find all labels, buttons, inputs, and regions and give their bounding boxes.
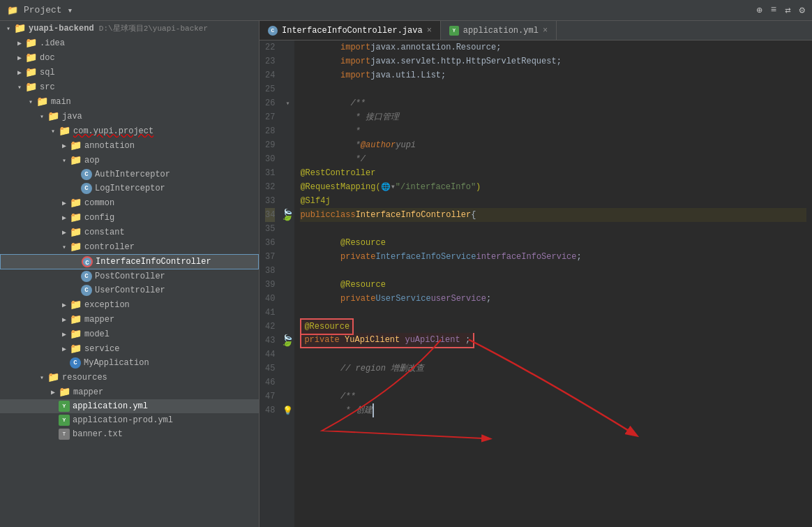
- controller-arrow[interactable]: ▾: [59, 243, 70, 251]
- java-arrow[interactable]: ▾: [36, 112, 47, 121]
- ln-41: 41: [265, 306, 275, 320]
- annotation-arrow[interactable]: ▶: [59, 142, 70, 150]
- model-arrow[interactable]: ▶: [59, 330, 70, 339]
- tree-item-auth-interceptor[interactable]: C AuthInterceptor: [0, 168, 259, 181]
- code-editor[interactable]: 22 23 24 25 26 27 28 29 30 31 32 33 34 3…: [260, 40, 812, 527]
- user-java-icon: C: [81, 285, 92, 296]
- banner-label: banner.txt: [73, 429, 123, 439]
- ln-29: 29: [265, 138, 275, 152]
- gutter-31: [280, 166, 294, 180]
- tree-root[interactable]: ▾ 📁 yuapi-backend D:\星球项目2\yuapi-backer: [0, 21, 259, 36]
- prod-yml-label: application-prod.yml: [73, 415, 173, 425]
- tree-item-config[interactable]: ▶ 📁 config: [0, 210, 259, 225]
- tree-item-post-controller[interactable]: C PostController: [0, 269, 259, 283]
- tree-item-controller[interactable]: ▾ 📁 controller: [0, 239, 259, 254]
- aop-arrow[interactable]: ▾: [59, 156, 70, 165]
- config-folder-icon: 📁: [70, 211, 82, 223]
- gutter-43: 🍃: [280, 334, 294, 348]
- constant-arrow[interactable]: ▶: [59, 228, 70, 237]
- gutter-35: [280, 222, 294, 236]
- yupi-label: com.yupi.project: [73, 126, 153, 136]
- tree-item-main[interactable]: ▾ 📁 main: [0, 94, 259, 109]
- tree-item-user-controller[interactable]: C UserController: [0, 283, 259, 297]
- tree-item-sql[interactable]: ▶ 📁 sql: [0, 65, 259, 80]
- tree-item-doc[interactable]: ▶ 📁 doc: [0, 50, 259, 65]
- tree-item-banner[interactable]: T banner.txt: [0, 427, 259, 441]
- project-label[interactable]: Project: [24, 5, 62, 15]
- tree-item-application-prod-yml[interactable]: Y application-prod.yml: [0, 413, 259, 427]
- yupi-arrow[interactable]: ▾: [47, 127, 59, 135]
- run-icon[interactable]: ≡: [771, 4, 776, 16]
- tree-item-common[interactable]: ▶ 📁 common: [0, 195, 259, 210]
- sql-folder-icon: 📁: [25, 66, 37, 78]
- tab-label-1: InterfaceInfoController.java: [282, 26, 423, 36]
- tree-item-constant[interactable]: ▶ 📁 constant: [0, 225, 259, 239]
- service-arrow[interactable]: ▶: [59, 345, 70, 353]
- tab-bar: C InterfaceInfoController.java × Y appli…: [260, 21, 812, 40]
- code-line-24: import java.util.List;: [300, 68, 806, 82]
- tree-item-mapper2[interactable]: ▶ 📁 mapper: [0, 385, 259, 399]
- banner-icon: T: [59, 429, 70, 440]
- resources-arrow[interactable]: ▾: [36, 373, 47, 382]
- ln-39: 39: [265, 278, 275, 292]
- build-icon[interactable]: ⊕: [756, 4, 762, 16]
- gutter-33: [280, 194, 294, 208]
- gutter-27: [280, 110, 294, 124]
- code-line-36: @Resource: [300, 236, 806, 250]
- gutter-29: [280, 138, 294, 152]
- interface-java-icon: C: [82, 256, 93, 267]
- tree-item-application-yml[interactable]: Y application.yml: [0, 399, 259, 413]
- ln-38: 38: [265, 264, 275, 278]
- dropdown-icon[interactable]: ▾: [68, 5, 73, 16]
- ln-28: 28: [265, 124, 275, 138]
- gutter: ▾ 🍃 🍃: [280, 40, 294, 527]
- tab-interface-info-controller[interactable]: C InterfaceInfoController.java ×: [260, 21, 441, 40]
- tree-item-idea[interactable]: ▶ 📁 .idea: [0, 36, 259, 50]
- gutter-22: [280, 40, 294, 54]
- main-arrow[interactable]: ▾: [25, 98, 36, 106]
- tree-item-log-interceptor[interactable]: C LogInterceptor: [0, 181, 259, 195]
- tree-item-src[interactable]: ▾ 📁 src: [0, 80, 259, 94]
- gutter-32: [280, 180, 294, 194]
- tab-close-2[interactable]: ×: [543, 26, 548, 36]
- tree-item-com-yupi[interactable]: ▾ 📁 com.yupi.project: [0, 124, 259, 138]
- tree-item-mapper[interactable]: ▶ 📁 mapper: [0, 312, 259, 327]
- config-label: config: [84, 213, 114, 223]
- tree-item-my-application[interactable]: C MyApplication: [0, 356, 259, 370]
- code-line-42: @Resource: [300, 320, 806, 334]
- tab-close-1[interactable]: ×: [427, 26, 432, 36]
- tree-item-java[interactable]: ▾ 📁 java: [0, 109, 259, 124]
- code-line-26: /**: [300, 96, 806, 110]
- tree-item-interface-info-controller[interactable]: C InterfaceInfoController: [0, 254, 259, 269]
- exception-arrow[interactable]: ▶: [59, 301, 70, 309]
- code-content[interactable]: import javax.annotation.Resource; import…: [294, 40, 812, 527]
- sidebar: ▾ 📁 yuapi-backend D:\星球项目2\yuapi-backer …: [0, 21, 260, 527]
- mapper-folder-icon: 📁: [70, 313, 82, 325]
- code-line-40: private UserService userService ;: [300, 292, 806, 306]
- root-arrow[interactable]: ▾: [3, 24, 14, 33]
- idea-arrow[interactable]: ▶: [14, 39, 25, 47]
- structure-icon[interactable]: ⇄: [785, 4, 790, 16]
- tree-item-aop[interactable]: ▾ 📁 aop: [0, 153, 259, 168]
- gutter-28: [280, 124, 294, 138]
- mapper2-arrow[interactable]: ▶: [47, 388, 59, 396]
- cursor: [373, 403, 379, 417]
- common-arrow[interactable]: ▶: [59, 199, 70, 207]
- tree-item-service[interactable]: ▶ 📁 service: [0, 341, 259, 356]
- config-arrow[interactable]: ▶: [59, 214, 70, 222]
- tree-item-resources[interactable]: ▾ 📁 resources: [0, 370, 259, 385]
- log-label: LogInterceptor: [95, 184, 165, 193]
- mapper-arrow[interactable]: ▶: [59, 316, 70, 324]
- doc-folder-icon: 📁: [25, 52, 37, 64]
- doc-arrow[interactable]: ▶: [14, 54, 25, 62]
- tree-item-model[interactable]: ▶ 📁 model: [0, 327, 259, 341]
- tab-application-yml[interactable]: Y application.yml ×: [441, 21, 557, 40]
- src-arrow[interactable]: ▾: [14, 83, 25, 91]
- settings-icon[interactable]: ⚙: [799, 4, 805, 16]
- java-label: java: [62, 112, 82, 121]
- common-folder-icon: 📁: [70, 197, 82, 209]
- sql-arrow[interactable]: ▶: [14, 68, 25, 77]
- gutter-47: [280, 389, 294, 403]
- tree-item-exception[interactable]: ▶ 📁 exception: [0, 297, 259, 312]
- tree-item-annotation[interactable]: ▶ 📁 annotation: [0, 138, 259, 153]
